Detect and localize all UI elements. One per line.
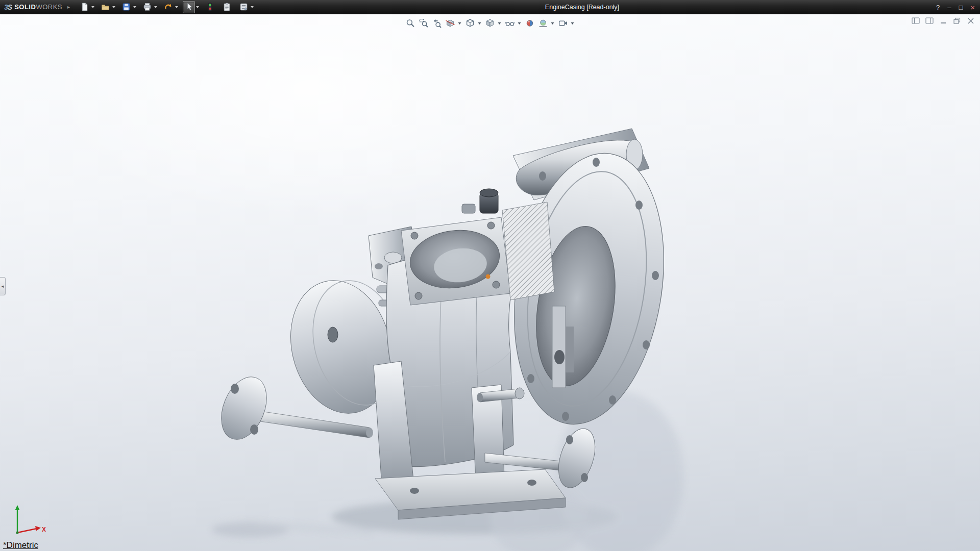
cylinder-top-face[interactable]: [401, 217, 510, 305]
zoom-to-fit-button[interactable]: [405, 17, 416, 29]
restore-app-button[interactable]: □: [959, 4, 963, 11]
engine-casing-model[interactable]: [0, 14, 980, 551]
view-orientation-label: *Dimetric: [3, 540, 38, 550]
print-button[interactable]: [141, 1, 153, 13]
dassault-3ds-logo-icon: 3S: [4, 3, 12, 11]
section-view-dropdown-arrow-icon[interactable]: [458, 22, 461, 24]
options-button[interactable]: [237, 1, 250, 13]
print-dropdown-arrow-icon[interactable]: [154, 6, 157, 8]
minimize-document-icon[interactable]: [939, 17, 947, 24]
rebuild-stoplight-button[interactable]: [204, 1, 216, 13]
previous-view-button[interactable]: [431, 17, 443, 29]
document-title: EngineCasing [Read-only]: [545, 0, 619, 14]
display-style-button[interactable]: [484, 17, 496, 29]
zoom-to-fit-icon: [406, 18, 415, 28]
section-view-icon: [446, 18, 455, 28]
view-orientation-button[interactable]: [464, 17, 476, 29]
section-view-button[interactable]: [445, 17, 456, 29]
new-document-button[interactable]: [78, 1, 90, 13]
solidworks-logo: 3S SOLIDWORKS: [4, 3, 62, 11]
hide-show-glasses-icon: [505, 18, 515, 28]
brand-name: SOLIDWORKS: [14, 3, 62, 11]
save-floppy-icon: [122, 3, 131, 11]
pane-layout-right-icon[interactable]: [925, 17, 934, 24]
apply-scene-icon: [538, 18, 548, 28]
apply-scene-dropdown-arrow-icon[interactable]: [551, 22, 554, 24]
options-icon: [239, 3, 248, 11]
filler-plug[interactable]: [480, 189, 498, 213]
graphics-viewport[interactable]: ◂ X *Dimetric: [0, 14, 980, 551]
feature-panel-collapse-tab[interactable]: ◂: [0, 277, 6, 295]
close-document-icon[interactable]: [967, 17, 975, 24]
stoplight-icon: [206, 3, 214, 11]
view-orientation-dropdown-arrow-icon[interactable]: [478, 22, 481, 24]
save-dropdown-arrow-icon[interactable]: [133, 6, 136, 8]
zoom-to-area-icon: [419, 18, 429, 28]
new-dropdown-arrow-icon[interactable]: [91, 6, 94, 8]
view-settings-dropdown-arrow-icon[interactable]: [571, 22, 574, 24]
hide-show-dropdown-arrow-icon[interactable]: [518, 22, 521, 24]
open-dropdown-arrow-icon[interactable]: [112, 6, 115, 8]
print-icon: [143, 3, 152, 11]
app-window-controls: ? – □ ×: [936, 0, 975, 14]
apply-scene-button[interactable]: [537, 17, 549, 29]
minimize-app-button[interactable]: –: [947, 4, 951, 11]
document-window-controls: [912, 17, 975, 24]
edit-appearance-sphere-icon: [525, 18, 535, 28]
open-folder-icon: [101, 3, 110, 11]
section-hatch: [502, 202, 554, 300]
menu-expand-arrow-icon[interactable]: ▸: [67, 4, 70, 10]
select-dropdown-arrow-icon[interactable]: [196, 6, 199, 8]
restore-document-icon[interactable]: [953, 17, 961, 24]
display-style-shaded-cube-icon: [485, 18, 495, 28]
collapse-arrow-icon: ◂: [2, 284, 4, 289]
solidworks-app: 3S SOLIDWORKS ▸: [0, 0, 980, 551]
save-button[interactable]: [120, 1, 132, 13]
hide-show-items-button[interactable]: [504, 17, 516, 29]
heads-up-view-toolbar: [405, 17, 576, 29]
small-cap[interactable]: [462, 204, 475, 213]
view-settings-camera-icon: [558, 18, 568, 28]
open-document-button[interactable]: [99, 1, 111, 13]
view-orientation-cube-icon: [465, 18, 475, 28]
undo-dropdown-arrow-icon[interactable]: [175, 6, 178, 8]
view-settings-button[interactable]: [557, 17, 569, 29]
display-style-dropdown-arrow-icon[interactable]: [498, 22, 501, 24]
zoom-to-area-button[interactable]: [418, 17, 430, 29]
titlebar: 3S SOLIDWORKS ▸: [0, 0, 980, 14]
triad-x-label: X: [42, 526, 46, 533]
previous-view-icon: [432, 18, 442, 28]
undo-arrow-icon: [164, 3, 173, 11]
clipboard-icon: [223, 3, 231, 11]
options-dropdown-arrow-icon[interactable]: [251, 6, 254, 8]
select-button[interactable]: [183, 1, 195, 13]
edit-appearance-button[interactable]: [524, 17, 536, 29]
select-cursor-icon: [185, 3, 193, 11]
pane-layout-left-icon[interactable]: [912, 17, 920, 24]
reference-triad[interactable]: X: [9, 501, 48, 540]
help-button[interactable]: ?: [936, 4, 940, 11]
selection-point[interactable]: [486, 274, 491, 279]
close-app-button[interactable]: ×: [970, 4, 975, 11]
undo-button[interactable]: [162, 1, 174, 13]
main-toolbar: [78, 1, 257, 13]
file-properties-button[interactable]: [220, 1, 233, 13]
new-document-icon: [80, 3, 89, 11]
